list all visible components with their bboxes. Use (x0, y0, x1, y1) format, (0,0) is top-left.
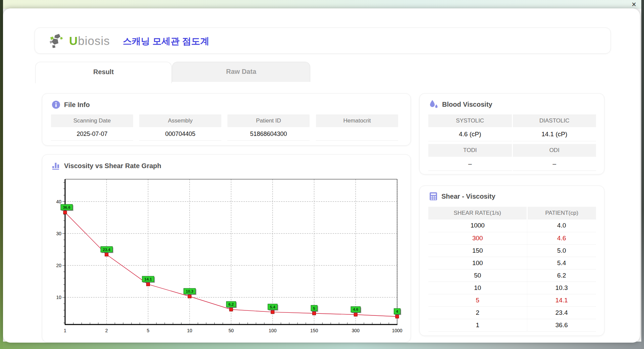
systolic-value: 4.6 (cP) (428, 127, 512, 141)
field-label: Assembly (139, 114, 221, 127)
field-assembly: Assembly 000704405 (139, 114, 221, 141)
table-row: 136.6 (428, 319, 596, 331)
field-label: Hematocrit (316, 114, 398, 127)
svg-text:150: 150 (310, 328, 318, 333)
ubiosis-logo-icon (49, 33, 66, 49)
systolic-label: SYSTOLIC (428, 114, 512, 127)
viscosity-shear-chart: 102030401251050100150300100036.623.414.1… (52, 174, 408, 339)
main-dialog: Ubiosis 스캐닝 모세관 점도계 Result Raw Data File… (3, 8, 640, 343)
todi-label: TODI (428, 144, 512, 157)
svg-text:300: 300 (352, 328, 360, 333)
shear-viscosity-title: Shear - Viscosity (429, 192, 495, 201)
svg-text:4.6: 4.6 (353, 307, 358, 311)
table-row: 3004.6 (428, 232, 596, 244)
close-icon[interactable]: × (629, 0, 639, 9)
graph-title: Viscosity vs Shear Rate Graph (52, 161, 161, 170)
ubiosis-logo-text: Ubiosis (69, 34, 110, 48)
svg-text:10.3: 10.3 (186, 289, 193, 293)
file-info-card: File Info Scanning Date 2025-07-07 Assem… (42, 93, 411, 146)
viscosity-graph-card: Viscosity vs Shear Rate Graph 1020304012… (42, 154, 411, 342)
field-patient-id: Patient ID 51868604300 (227, 114, 310, 141)
field-label: Scanning Date (51, 114, 133, 127)
ubiosis-logo: Ubiosis (49, 33, 110, 49)
svg-text:1000: 1000 (392, 328, 402, 333)
field-hematocrit: Hematocrit (316, 114, 398, 141)
field-value (316, 127, 398, 141)
file-info-title: File Info (52, 100, 90, 109)
diastolic-label: DIASTOLIC (513, 114, 596, 127)
svg-text:14.1: 14.1 (144, 277, 152, 281)
bar-chart-icon (52, 161, 60, 170)
todi-value: – (428, 157, 512, 171)
blood-viscosity-card: Blood Viscosity SYSTOLIC DIASTOLIC 4.6 (… (419, 93, 604, 174)
svg-text:100: 100 (269, 328, 277, 333)
odi-label: ODI (513, 144, 596, 157)
header-card: Ubiosis 스캐닝 모세관 점도계 (35, 28, 611, 54)
diastolic-value: 14.1 (cP) (513, 127, 596, 141)
svg-text:23.4: 23.4 (103, 248, 111, 252)
table-row: 1010.3 (428, 282, 596, 294)
background-bottom-strip (0, 342, 644, 349)
svg-text:30: 30 (56, 231, 61, 236)
svg-text:5.4: 5.4 (270, 305, 276, 309)
odi-value: – (513, 157, 596, 171)
patient-column-header: PATIENT(cp) (527, 207, 596, 219)
table-row: 514.1 (428, 294, 596, 306)
svg-text:10: 10 (56, 295, 61, 300)
table-row: 1005.4 (428, 257, 596, 269)
blood-drop-icon (429, 100, 438, 109)
blood-viscosity-title: Blood Viscosity (429, 100, 492, 109)
table-row: 10004.0 (428, 219, 596, 232)
field-value: 51868604300 (227, 127, 310, 141)
calculator-icon (429, 192, 438, 201)
background-left-edge (0, 0, 3, 349)
svg-text:20: 20 (56, 263, 61, 268)
table-row: 1505.0 (428, 244, 596, 257)
field-value: 000704405 (139, 127, 221, 141)
field-scanning-date: Scanning Date 2025-07-07 (51, 114, 133, 141)
svg-text:10: 10 (187, 328, 192, 333)
svg-text:4: 4 (396, 309, 398, 313)
tab-result[interactable]: Result (35, 62, 172, 83)
info-icon (52, 100, 60, 109)
shear-viscosity-card: Shear - Viscosity SHEAR RATE(1/s) PATIEN… (419, 186, 604, 336)
background-top-strip (0, 0, 644, 9)
field-value: 2025-07-07 (51, 127, 133, 141)
table-row: 506.2 (428, 269, 596, 282)
shear-viscosity-table: SHEAR RATE(1/s) PATIENT(cp) 10004.0 3004… (428, 207, 596, 332)
tab-raw-data[interactable]: Raw Data (172, 62, 310, 82)
svg-text:6.2: 6.2 (228, 302, 234, 306)
shear-rate-column-header: SHEAR RATE(1/s) (428, 207, 527, 219)
svg-text:2: 2 (105, 328, 108, 333)
table-header-row: SHEAR RATE(1/s) PATIENT(cp) (428, 207, 596, 219)
table-row: 223.4 (428, 306, 596, 319)
svg-text:5: 5 (147, 328, 150, 333)
background-right-edge (641, 0, 644, 349)
svg-text:50: 50 (228, 328, 234, 333)
svg-text:5: 5 (313, 306, 315, 310)
blood-viscosity-grid: SYSTOLIC DIASTOLIC 4.6 (cP) 14.1 (cP) TO… (428, 114, 596, 171)
app-title-korean: 스캐닝 모세관 점도계 (123, 35, 209, 47)
svg-text:36.6: 36.6 (63, 205, 70, 209)
svg-text:40: 40 (56, 199, 61, 204)
field-label: Patient ID (227, 114, 310, 127)
svg-text:1: 1 (64, 328, 66, 333)
